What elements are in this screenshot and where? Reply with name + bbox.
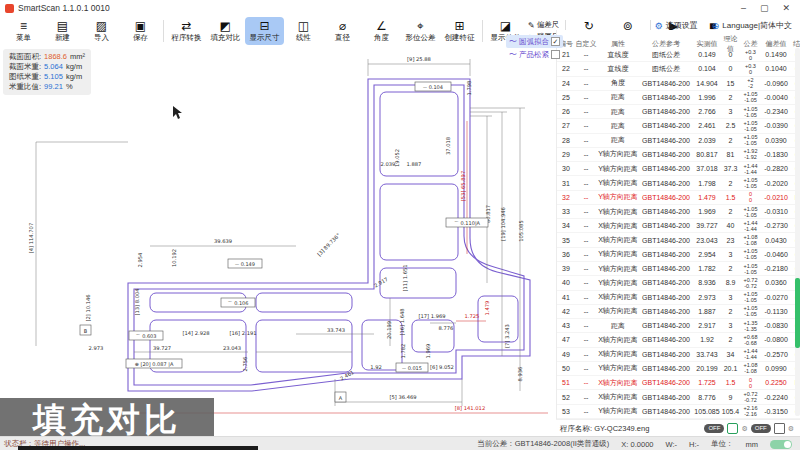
checkbox[interactable] xyxy=(551,50,560,59)
column-header[interactable]: 属性 xyxy=(597,39,639,49)
toolbar-button-偏差尺[interactable]: ✎偏差尺 xyxy=(528,20,559,30)
dimension-label: 2.756 xyxy=(242,357,248,372)
dimension-label: 1.725 xyxy=(465,313,480,319)
profile-outline xyxy=(134,85,524,385)
program-name-value: GY-QC2349.eng xyxy=(594,424,649,433)
table-row[interactable]: 26-- 距离GBT14846-200 2.7663 +1.05-1.05 -0… xyxy=(557,105,800,119)
minimize-button[interactable]: – xyxy=(741,3,746,13)
table-row[interactable]: 21-- 直线度图纸公差 0.1490 +0.30 0.1490OK xyxy=(557,48,800,62)
drawing-canvas[interactable]: [9] 25.881.79819.0522.0391.88737.018[53]… xyxy=(0,46,556,418)
section-info-panel: 截面面积:1868.6mm²截面米重:5.064kg/m图纸米重:5.105kg… xyxy=(3,49,91,95)
gear-icon[interactable]: ⚙ xyxy=(788,425,794,433)
filter-产品松紧[interactable]: 〜产品松紧 xyxy=(506,48,563,61)
dimension-label: 1.479 xyxy=(484,301,490,316)
toolbar-button-线性[interactable]: ◫线性 xyxy=(284,17,323,45)
unit-toggle[interactable] xyxy=(770,440,792,449)
table-row[interactable]: 24-- 角度GBT14846-200 14.90415 +2-2 -0.096… xyxy=(557,77,800,91)
dimension-label: [8] 141.012 xyxy=(455,405,485,411)
toolbar-button-菜单[interactable]: ≡菜单 xyxy=(4,17,43,45)
dimension-label: 33.743 xyxy=(327,327,345,333)
info-row: 截面米重:5.064kg/m xyxy=(9,62,85,72)
dimension-label: 8.776 xyxy=(439,325,454,331)
toolbar-button-角度[interactable]: ∠角度 xyxy=(362,17,401,45)
table-row[interactable]: 50-- Y轴方向距离GBT14846-200 20.19920.1 +1.08… xyxy=(557,362,800,376)
table-row[interactable]: 32-- Y轴方向距离GBT14846-200 1.4791.5 00 -0.0… xyxy=(557,191,800,205)
close-button[interactable]: ✕ xyxy=(782,3,790,13)
table-row[interactable]: 34-- X轴方向距离GBT14846-200 39.72740 +1.44-1… xyxy=(557,219,800,233)
tolerance-frame-label: B xyxy=(84,328,88,334)
toolbar-button-显示尺寸[interactable]: ⊟显示尺寸 xyxy=(245,17,284,45)
显示尺寸-icon: ⊟ xyxy=(259,20,269,33)
checkbox[interactable]: ✓ xyxy=(551,37,560,46)
maximize-button[interactable]: ▢ xyxy=(760,3,769,13)
toolbar-button-新建[interactable]: ▤新建 xyxy=(43,17,82,45)
dimension-label: 1.92 xyxy=(370,364,382,370)
table-header: 编号自定义属性公差参考实测值理论值公差偏差值结果 xyxy=(557,34,800,48)
filter-圆弧拟合[interactable]: 〜圆弧拟合✓ xyxy=(506,35,563,48)
table-row[interactable]: 22-- 直线度图纸公差 0.1040 +0.30 0.1040OK xyxy=(557,62,800,76)
table-row[interactable]: 47-- X轴方向距离GBT14846-200 1.922 +0.68-0.68… xyxy=(557,333,800,347)
dimension-label: [19] 104.946 xyxy=(500,207,506,241)
toolbar-button-保存[interactable]: ▣保存 xyxy=(121,17,160,45)
填充对比-icon: ◩ xyxy=(220,20,231,33)
dimension-label: [14] 2.928 xyxy=(182,330,209,336)
table-row[interactable]: 36-- Y轴方向距离GBT14846-200 2.9543 +1.05-1.0… xyxy=(557,248,800,262)
偏差尺-icon: ✎ xyxy=(528,21,535,30)
table-row[interactable]: 41-- X轴方向距离GBT14846-200 2.9733 +1.05-1.0… xyxy=(557,291,800,305)
dimension-label: 39.727 xyxy=(153,345,171,351)
column-header[interactable]: 偏差值 xyxy=(761,39,791,49)
table-row[interactable]: 25-- 距离GBT14846-200 1.9962 +1.05-1.05 -0… xyxy=(557,91,800,105)
程序转换-icon: ⇄ xyxy=(181,20,191,33)
table-row[interactable]: 27-- 距离GBT14846-200 2.4612.5 +1.05-1.05 … xyxy=(557,119,800,133)
table-body: 21-- 直线度图纸公差 0.1490 +0.30 0.1490OK22-- 直… xyxy=(557,48,800,420)
globe-icon: ⊕ xyxy=(712,21,720,31)
toggle-off-1[interactable]: OFF xyxy=(704,424,724,433)
table-row[interactable]: 43-- 距离GBT14846-200 2.9173 +1.35-1.35 -0… xyxy=(557,319,800,333)
table-row[interactable]: 28-- 距离GBT14846-200 2.0392 +1.05-1.05 0.… xyxy=(557,134,800,148)
taskbar-fragment xyxy=(18,446,258,450)
dimension-label: [2] 10.146 xyxy=(85,294,91,321)
program-row: 程序名称: GY-QC2349.eng OFF ⚙ OFF ⚙ xyxy=(556,419,800,437)
column-header[interactable]: 自定义 xyxy=(575,39,597,49)
角度-icon: ∠ xyxy=(376,20,387,33)
frame-icon[interactable] xyxy=(774,423,785,434)
新建-icon: ▤ xyxy=(57,20,68,33)
column-header[interactable]: 公差参考 xyxy=(639,39,693,49)
unit-value: mm xyxy=(746,440,759,449)
app-icon xyxy=(5,4,14,13)
column-header[interactable]: 公差 xyxy=(740,39,761,49)
toolbar-separator xyxy=(163,20,164,42)
tolerance-frame-label: ⌒ 0.110|A xyxy=(454,220,481,227)
table-row[interactable]: 40-- Y轴方向距离GBT14846-200 8.9368.9 +0.72-0… xyxy=(557,276,800,290)
toolbar-button-创建特征[interactable]: ⊞创建特征 xyxy=(440,17,479,45)
scrollbar-thumb[interactable] xyxy=(795,278,800,348)
table-row[interactable]: 29-- Y轴方向距离GBT14846-200 80.81781 +1.92-1… xyxy=(557,148,800,162)
smartscan-app: { "window": {"title": "SmartScan 1.1.0.1… xyxy=(0,0,800,450)
table-row[interactable]: 39-- Y轴方向距离GBT14846-200 1.7822 +1.05-1.0… xyxy=(557,262,800,276)
toolbar-button-程序转换[interactable]: ⇄程序转换 xyxy=(167,17,206,45)
table-row[interactable]: 33-- Y轴方向距离GBT14846-200 1.9692 +1.05-1.0… xyxy=(557,205,800,219)
table-row[interactable]: 42-- X轴方向距离GBT14846-200 1.8872 +1.05-1.0… xyxy=(557,305,800,319)
table-row[interactable]: 31-- Y轴方向距离GBT14846-200 1.7982 +1.05-1.0… xyxy=(557,176,800,190)
table-row[interactable]: 52-- X轴方向距离GBT14846-200 8.7769 +0.72-0.7… xyxy=(557,390,800,404)
dimension-label: 10.192 xyxy=(171,249,177,267)
table-row[interactable]: 35-- X轴方向距离GBT14846-200 23.04323 +1.08-1… xyxy=(557,233,800,247)
toggle-off-2[interactable]: OFF xyxy=(751,424,771,433)
dimension-label: 1.798 xyxy=(466,81,472,96)
table-row[interactable]: 49-- X轴方向距离GBT14846-200 33.74334 +1.44-1… xyxy=(557,348,800,362)
table-row[interactable]: 30-- Y轴方向距离GBT14846-200 37.01837.3 +1.44… xyxy=(557,162,800,176)
gear-icon: ⚙ xyxy=(655,21,663,31)
toolbar-button-形位公差[interactable]: ⌖形位公差 xyxy=(401,17,440,45)
profile-outline xyxy=(128,79,530,391)
gear-icon[interactable]: ⚙ xyxy=(741,425,747,433)
table-scrollbar[interactable] xyxy=(795,48,800,416)
toolbar-button-导入[interactable]: ▨导入 xyxy=(82,17,121,45)
toolbar-button-直径[interactable]: ⌀直径 xyxy=(323,17,362,45)
toolbar-button-填充对比[interactable]: ◩填充对比 xyxy=(206,17,245,45)
形位公差-icon: ⌖ xyxy=(417,20,424,33)
info-row: 米重比值:99.21% xyxy=(9,82,85,92)
table-row[interactable]: 53-- Y轴方向距离GBT14846-200 105.085105.4 +2.… xyxy=(557,405,800,419)
report-icon[interactable] xyxy=(727,423,738,434)
table-row[interactable]: 51-- X轴方向距离GBT14846-200 1.7251.5 00 0.22… xyxy=(557,376,800,390)
column-header[interactable]: 实测值 xyxy=(693,39,721,49)
